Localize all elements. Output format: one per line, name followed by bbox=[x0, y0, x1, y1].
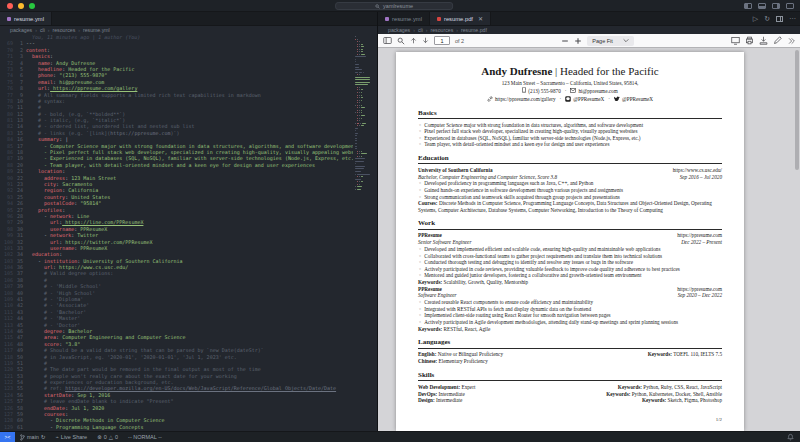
print-icon[interactable] bbox=[745, 36, 754, 45]
right-tab-bar: ▷ ↻ ⋯ resume.ymlresume.pdf✕ bbox=[378, 12, 800, 26]
previous-page-icon[interactable] bbox=[410, 37, 417, 44]
code-area[interactable]: You, 11 minutes ago | 1 author (You) 691… bbox=[0, 34, 353, 431]
find-icon[interactable] bbox=[397, 37, 405, 45]
entry-url: https://ppresume.com bbox=[677, 286, 722, 293]
minimap-line bbox=[355, 168, 375, 169]
problems-item[interactable]: ⊗ 0 △ 0 bbox=[92, 434, 123, 440]
resume-page: Andy Dufresne | Headed for the Pacific 1… bbox=[396, 52, 744, 431]
toggle-panel-icon[interactable] bbox=[758, 3, 766, 9]
minimap-line bbox=[355, 143, 375, 144]
minimap-line bbox=[355, 39, 375, 40]
zoom-window-button[interactable] bbox=[29, 3, 35, 9]
minimap-line bbox=[355, 158, 375, 159]
labeled-row: English: Native or Bilingual Proficiency… bbox=[418, 351, 722, 358]
page-number-input[interactable] bbox=[434, 36, 450, 45]
code-line[interactable]: 12961 - Programming Language Concepts bbox=[0, 424, 353, 430]
resume-section-work: WorkPPResumehttps://ppresume.comSenior S… bbox=[418, 219, 722, 332]
tab-resume.yml[interactable]: resume.yml bbox=[378, 12, 430, 25]
breadcrumb-item-resume.yml[interactable]: resume.yml bbox=[83, 27, 110, 33]
resume-bullet: ○Integrated with RESTful APIs to fetch a… bbox=[418, 306, 722, 313]
breadcrumb[interactable]: packages›cli›resources›resume.yml bbox=[0, 26, 377, 34]
resume-bullet: ○Actively participated in Agile developm… bbox=[418, 319, 722, 326]
split-editor-icon[interactable] bbox=[776, 16, 783, 22]
minimap-line bbox=[355, 54, 375, 55]
draw-icon[interactable] bbox=[773, 36, 782, 45]
minimize-window-button[interactable] bbox=[18, 3, 24, 9]
breadcrumb-separator: › bbox=[78, 27, 80, 33]
bullet-icon: ○ bbox=[419, 180, 421, 187]
bullet-icon: ○ bbox=[419, 128, 421, 135]
entry-org: University of Southern California bbox=[418, 167, 493, 173]
git-branch-icon bbox=[20, 434, 25, 441]
breadcrumb-item-resources[interactable]: resources bbox=[52, 27, 75, 33]
breadcrumb-item-cli[interactable]: cli bbox=[418, 27, 423, 33]
breadcrumb-item-resume.pdf[interactable]: resume.pdf bbox=[461, 27, 487, 33]
minimap-line bbox=[355, 74, 375, 75]
breadcrumb-item-cli[interactable]: cli bbox=[40, 27, 45, 33]
code-editor[interactable]: You, 11 minutes ago | 1 author (You) 691… bbox=[0, 34, 377, 431]
tab-label: resume.yml bbox=[14, 16, 44, 22]
pdf-scrollbar[interactable] bbox=[795, 50, 799, 170]
sync-icon[interactable]: ↻ bbox=[41, 434, 46, 440]
minimap-line bbox=[355, 186, 375, 187]
minimap-line bbox=[355, 36, 375, 37]
status-bar: >< main ↻ ⌁ Live Share ⊗ 0 △ 0 -- NORMAL… bbox=[0, 431, 800, 442]
bullet-icon: ○ bbox=[419, 266, 421, 273]
remote-indicator[interactable]: >< bbox=[0, 432, 15, 442]
entry-role-row: Senior Software EngineerDec 2022 – Prese… bbox=[418, 239, 722, 246]
breadcrumb-item-resources[interactable]: resources bbox=[430, 27, 453, 33]
resume-bullet: ○Experienced in databases (SQL, NoSQL), … bbox=[418, 135, 722, 142]
entry-url: https://www.cs.usc.edu/ bbox=[673, 167, 722, 174]
minimap-line bbox=[355, 100, 375, 101]
notifications-bell-icon[interactable] bbox=[787, 433, 794, 441]
toggle-secondary-sidebar-icon[interactable] bbox=[772, 3, 780, 9]
breadcrumb-item-packages[interactable]: packages bbox=[10, 27, 32, 33]
refresh-icon[interactable]: ↻ bbox=[764, 15, 770, 23]
zoom-in-icon[interactable] bbox=[574, 37, 582, 45]
run-preview-icon[interactable]: ▷ bbox=[753, 15, 758, 23]
resume-bullet: ○Actively participated in code reviews, … bbox=[418, 266, 722, 273]
git-branch-item[interactable]: main ↻ bbox=[15, 434, 51, 441]
pdf-viewport[interactable]: Andy Dufresne | Headed for the Pacific 1… bbox=[378, 48, 800, 431]
resume-links-row: https://ppresume.com/gallery·@PPResumeX·… bbox=[418, 96, 722, 103]
more-actions-icon[interactable]: ⋯ bbox=[789, 15, 796, 23]
editor-pane-left: resume.yml packages›cli›resources›resume… bbox=[0, 12, 378, 431]
resume-bullet: ○Gained hands-on experience in software … bbox=[418, 187, 722, 194]
command-center[interactable]: yamlresume bbox=[335, 2, 453, 10]
keywords-line: Courses: Discrete Methods in Computer Sc… bbox=[418, 200, 722, 213]
line-number-gutter: 12961 bbox=[0, 424, 26, 430]
more-tools-icon[interactable] bbox=[787, 37, 795, 45]
bullet-icon: ○ bbox=[419, 319, 421, 326]
save-icon[interactable] bbox=[759, 36, 768, 45]
minimap-line bbox=[355, 148, 375, 149]
minimap-line bbox=[355, 179, 375, 180]
tab-resume.pdf[interactable]: resume.pdf✕ bbox=[430, 12, 491, 25]
breadcrumb-item-packages[interactable]: packages bbox=[388, 27, 410, 33]
separator-dot: · bbox=[608, 96, 610, 102]
close-window-button[interactable] bbox=[7, 3, 13, 9]
minimap-line bbox=[355, 156, 375, 157]
live-share-item[interactable]: ⌁ Live Share bbox=[51, 434, 93, 440]
page-number-footer: 1/2 bbox=[716, 417, 722, 422]
next-page-icon[interactable] bbox=[422, 37, 429, 44]
close-tab-icon[interactable]: ✕ bbox=[478, 15, 483, 22]
customize-layout-icon[interactable] bbox=[786, 3, 794, 9]
minimap-line bbox=[355, 44, 375, 45]
presentation-mode-icon[interactable] bbox=[731, 36, 740, 45]
toggle-sidebar-icon[interactable] bbox=[744, 3, 752, 9]
minimap-line bbox=[355, 151, 375, 152]
entry-role-row: Software EngineerSep 2020 – Dec 2022 bbox=[418, 292, 722, 299]
editor-pane-right: ▷ ↻ ⋯ resume.ymlresume.pdf✕ packages›cli… bbox=[378, 12, 800, 431]
vim-mode-indicator: -- NORMAL -- bbox=[123, 434, 167, 440]
section-title: Education bbox=[418, 154, 722, 165]
tab-resume.yml[interactable]: resume.yml bbox=[0, 12, 52, 25]
minimap-line bbox=[355, 176, 375, 177]
toggle-sidebar-icon[interactable] bbox=[383, 36, 392, 45]
minimap-line bbox=[355, 79, 375, 80]
zoom-select[interactable]: Page Fit bbox=[587, 36, 633, 46]
pdf-toolbar: of 2 Page Fit bbox=[378, 34, 800, 48]
zoom-out-icon[interactable] bbox=[561, 37, 569, 45]
minimap[interactable] bbox=[355, 36, 375, 191]
breadcrumb[interactable]: packages›cli›resources›resume.pdf bbox=[378, 26, 800, 34]
keywords-line: Keywords: RESTful, React, Agile bbox=[418, 326, 722, 333]
